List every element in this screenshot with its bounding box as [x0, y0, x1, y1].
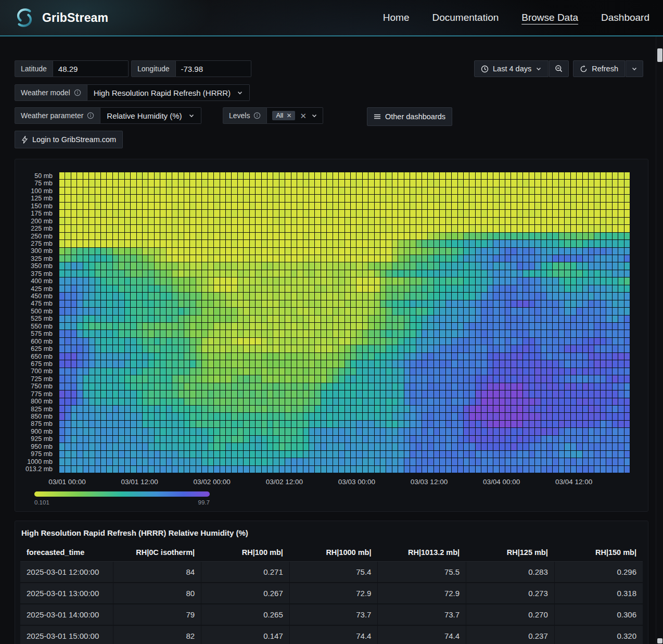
- cell-value: 0.318: [554, 583, 643, 604]
- nav-item-documentation[interactable]: Documentation: [432, 12, 499, 23]
- cell-value: 74.4: [378, 625, 466, 644]
- other-dashboards-button[interactable]: Other dashboards: [367, 107, 452, 126]
- cell-forecasted-time: 2025-03-01 14:00:00: [20, 604, 113, 625]
- longitude-input[interactable]: [176, 60, 251, 77]
- column-header[interactable]: RH|1013.2 mb|: [378, 544, 466, 562]
- table-row: 2025-03-01 12:00:00840.27175.475.50.2830…: [20, 562, 643, 583]
- time-controls: Last 4 days Refresh: [474, 60, 643, 77]
- y-tick-label: 675 mb: [15, 360, 57, 368]
- levels-group: Levels All ✕ ✕: [223, 107, 323, 124]
- cell-value: 0.267: [201, 583, 290, 604]
- x-tick-label: 03/01 12:00: [121, 478, 158, 486]
- cell-value: 73.7: [289, 604, 378, 625]
- levels-tag-all[interactable]: All ✕: [272, 111, 295, 120]
- column-header[interactable]: RH|125 mb|: [466, 544, 555, 562]
- cell-forecasted-time: 2025-03-01 12:00:00: [20, 562, 113, 583]
- cell-value: 0.237: [466, 625, 555, 644]
- cell-value: 0.270: [466, 604, 555, 625]
- column-header[interactable]: RH|100 mb|: [201, 544, 290, 562]
- latitude-group: Latitude: [15, 60, 129, 77]
- heatmap-legend: 0.101 99.7: [34, 491, 210, 506]
- info-icon[interactable]: [253, 112, 261, 119]
- table-panel: High Resolution Rapid Refresh (HRRR) Rel…: [15, 521, 648, 644]
- weather-model-select[interactable]: High Resolution Rapid Refresh (HRRR): [87, 84, 250, 101]
- nav-item-home[interactable]: Home: [383, 12, 410, 23]
- heatmap-plot[interactable]: [59, 172, 630, 473]
- cell-forecasted-time: 2025-03-01 13:00:00: [20, 583, 113, 604]
- scrollbar-thumb[interactable]: [657, 48, 662, 62]
- y-tick-label: 475 mb: [15, 300, 57, 307]
- chevron-down-icon: [188, 112, 195, 119]
- levels-label: Levels: [223, 107, 267, 124]
- data-table: forecasted_timeRH|0C isotherm|RH|100 mb|…: [20, 544, 643, 644]
- cell-value: 0.296: [554, 562, 643, 583]
- time-range-label: Last 4 days: [493, 65, 531, 73]
- cell-value: 0.147: [201, 625, 290, 644]
- y-tick-label: 800 mb: [15, 398, 57, 405]
- cell-forecasted-time: 2025-03-01 15:00:00: [20, 625, 113, 644]
- clear-selection-icon[interactable]: ✕: [300, 112, 307, 120]
- weather-parameter-select[interactable]: Relative Humidity (%): [100, 107, 201, 124]
- table-title: High Resolution Rapid Refresh (HRRR) Rel…: [21, 528, 643, 537]
- cell-value: 75.4: [289, 562, 378, 583]
- cell-value: 0.265: [201, 604, 290, 625]
- cell-value: 0.283: [466, 562, 555, 583]
- page: GribStream HomeDocumentationBrowse DataD…: [0, 0, 663, 644]
- y-tick-label: 300 mb: [15, 247, 57, 255]
- nav-item-browse-data[interactable]: Browse Data: [521, 12, 578, 23]
- y-tick-label: 875 mb: [15, 420, 57, 427]
- brand-name: GribStream: [42, 11, 108, 25]
- column-header[interactable]: RH|150 mb|: [554, 544, 643, 562]
- y-tick-label: 825 mb: [15, 406, 57, 413]
- zoom-out-icon: [555, 65, 563, 73]
- table-row: 2025-03-01 14:00:00790.26573.773.70.2700…: [20, 604, 643, 625]
- login-button[interactable]: Login to GribStream.com: [15, 131, 123, 148]
- column-header[interactable]: RH|0C isotherm|: [113, 544, 201, 562]
- y-tick-label: 725 mb: [15, 375, 57, 383]
- chevron-down-icon: [311, 112, 317, 119]
- heatmap-panel: 50 mb75 mb100 mb125 mb150 mb175 mb200 mb…: [15, 159, 648, 512]
- table-row: 2025-03-01 15:00:00820.14774.474.40.2370…: [20, 625, 643, 644]
- y-tick-label: 175 mb: [15, 210, 57, 217]
- x-tick-label: 03/03 12:00: [411, 478, 448, 486]
- remove-tag-icon[interactable]: ✕: [286, 112, 291, 119]
- cell-value: 73.7: [378, 604, 466, 625]
- column-header[interactable]: RH|1000 mb|: [289, 544, 378, 562]
- time-range-picker[interactable]: Last 4 days: [474, 60, 549, 77]
- y-tick-label: 450 mb: [15, 293, 57, 300]
- cell-value: 72.9: [289, 583, 378, 604]
- heatmap-x-axis: 03/01 00:0003/01 12:0003/02 00:0003/02 1…: [59, 478, 630, 487]
- y-tick-label: 225 mb: [15, 225, 57, 232]
- table-row: 2025-03-01 13:00:00800.26772.972.90.2730…: [20, 583, 643, 604]
- latitude-label: Latitude: [15, 60, 53, 77]
- refresh-button[interactable]: Refresh: [573, 60, 625, 77]
- y-tick-label: 625 mb: [15, 345, 57, 352]
- cell-value: 80: [113, 583, 201, 604]
- y-tick-label: 275 mb: [15, 240, 57, 247]
- navbar: GribStream HomeDocumentationBrowse DataD…: [0, 0, 663, 36]
- nav-item-dashboard[interactable]: Dashboard: [601, 12, 649, 23]
- brand[interactable]: GribStream: [14, 7, 108, 29]
- longitude-group: Longitude: [131, 60, 251, 77]
- info-icon[interactable]: [74, 89, 81, 96]
- y-tick-label: 900 mb: [15, 428, 57, 435]
- zoom-out-time-button[interactable]: [549, 60, 569, 77]
- column-header[interactable]: forecasted_time: [20, 544, 113, 562]
- y-tick-label: 325 mb: [15, 255, 57, 262]
- y-tick-label: 925 mb: [15, 435, 57, 443]
- y-tick-label: 950 mb: [15, 443, 57, 450]
- lightning-icon: [21, 136, 28, 144]
- heatmap-y-axis: 50 mb75 mb100 mb125 mb150 mb175 mb200 mb…: [15, 172, 57, 473]
- refresh-interval-dropdown[interactable]: [626, 60, 643, 77]
- weather-parameter-label: Weather parameter: [15, 107, 100, 124]
- cell-value: 0.273: [466, 583, 555, 604]
- y-tick-label: 50 mb: [15, 172, 57, 180]
- cell-value: 82: [113, 625, 201, 644]
- legend-min: 0.101: [34, 499, 49, 506]
- levels-multiselect[interactable]: All ✕ ✕: [267, 107, 323, 124]
- cell-value: 75.5: [378, 562, 466, 583]
- latitude-input[interactable]: [53, 60, 129, 77]
- info-icon[interactable]: [87, 112, 94, 119]
- scrollbar-bottom-piece[interactable]: [657, 638, 662, 643]
- vertical-scrollbar[interactable]: [656, 36, 663, 644]
